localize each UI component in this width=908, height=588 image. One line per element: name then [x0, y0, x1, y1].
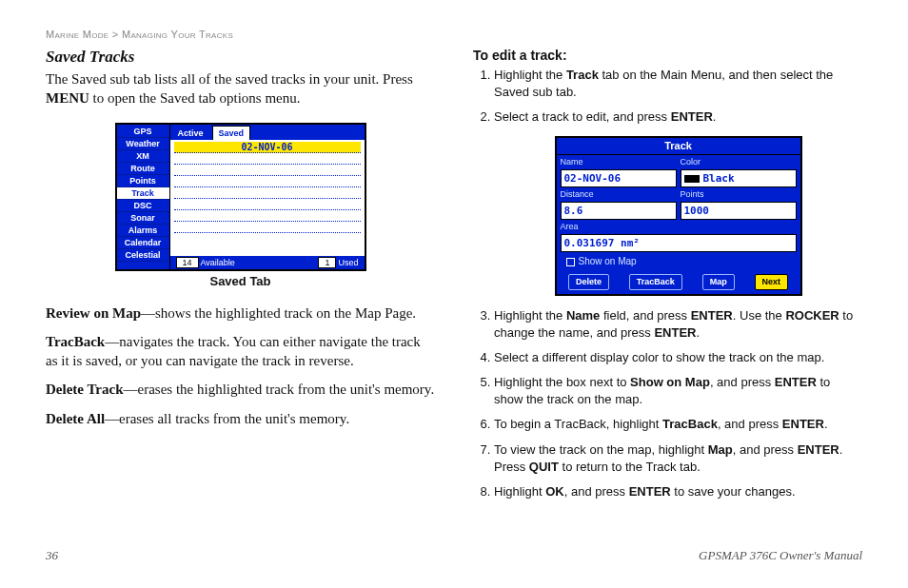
track-edit-figure: TrackName02-NOV-06ColorBlackDistance8.6P…	[494, 136, 862, 296]
intro-bold: MENU	[46, 90, 89, 106]
sidebar-item-sonar: Sonar	[117, 212, 169, 225]
dialog-title: Track	[557, 138, 800, 155]
left-column: Saved Tracks The Saved sub tab lists all…	[46, 48, 435, 508]
tab-active: Active	[171, 126, 210, 140]
keyword: QUIT	[529, 460, 559, 474]
page-number: 36	[46, 548, 58, 563]
step-4: Select a different display color to show…	[494, 349, 862, 366]
available-count: 14	[176, 257, 199, 268]
definition-term: Delete All	[46, 411, 105, 426]
dialog-buttons: DeleteTracBackMapNext	[557, 271, 800, 294]
track-row	[174, 222, 361, 233]
step-7: To view the track on the map, highlight …	[494, 441, 862, 476]
color-swatch	[684, 175, 700, 183]
track-row	[174, 210, 361, 222]
sidebar-item-celestial: Celestial	[117, 249, 169, 262]
track-row	[174, 187, 361, 199]
available-label: Available	[201, 258, 235, 267]
page-footer: 36 GPSMAP 376C Owner's Manual	[46, 548, 862, 563]
track-dialog: TrackName02-NOV-06ColorBlackDistance8.6P…	[555, 136, 802, 296]
sidebar-item-alarms: Alarms	[117, 225, 169, 237]
sidebar-item-xm: XM	[117, 150, 169, 163]
keyword: ENTER	[671, 109, 713, 124]
track-row	[174, 153, 361, 165]
sidebar-item-calendar: Calendar	[117, 237, 169, 249]
definition-text: —shows the highlighted track on the Map …	[141, 305, 416, 321]
section-title: Saved Tracks	[46, 48, 435, 67]
step-1: Highlight the Track tab on the Main Menu…	[494, 67, 862, 101]
tracback-button: TracBack	[629, 274, 682, 290]
checkbox-icon	[566, 258, 575, 266]
keyword: ENTER	[782, 417, 824, 431]
intro-paragraph: The Saved sub tab lists all of the saved…	[46, 69, 435, 108]
device-sidebar: GPSWeatherXMRoutePointsTrackDSCSonarAlar…	[117, 125, 170, 269]
intro-pre: The Saved sub tab lists all of the saved…	[46, 71, 413, 87]
name-field: 02-NOV-06	[561, 169, 677, 187]
step-2: Select a track to edit, and press ENTER.	[494, 108, 862, 126]
delete-button: Delete	[568, 274, 609, 290]
doc-title: GPSMAP 376C Owner's Manual	[699, 548, 862, 563]
track-row	[174, 176, 361, 187]
keyword: Show on Map	[630, 375, 710, 389]
keyword: ENTER	[798, 442, 839, 457]
step-6: To begin a TracBack, highlight TracBack,…	[494, 416, 862, 433]
keyword: ENTER	[691, 308, 733, 323]
definition-text: —erases the highlighted track from the u…	[124, 382, 435, 397]
keyword: ROCKER	[785, 308, 839, 323]
keyword: Map	[708, 442, 733, 457]
show-on-map-row: Show on Map	[557, 252, 800, 271]
definition: Review on Map—shows the highlighted trac…	[46, 304, 435, 323]
used-label: Used	[338, 258, 358, 267]
keyword: TracBack	[662, 417, 718, 431]
breadcrumb-page: Managing Your Tracks	[122, 29, 233, 40]
color-field: Black	[681, 169, 797, 187]
breadcrumb-sep: >	[112, 29, 119, 40]
next-button: Next	[755, 274, 789, 290]
keyword: ENTER	[654, 325, 696, 340]
show-on-map-label: Show on Map	[579, 256, 637, 266]
breadcrumb: Marine Mode > Managing Your Tracks	[46, 29, 862, 40]
right-column: To edit a track: Highlight the Track tab…	[473, 48, 862, 508]
track-row	[174, 199, 361, 210]
sidebar-item-points: Points	[117, 175, 169, 187]
definition: TracBack—navigates the track. You can ei…	[46, 332, 435, 371]
device-tabs: ActiveSaved	[170, 125, 365, 140]
keyword: Name	[566, 308, 600, 323]
keyword: ENTER	[629, 484, 671, 499]
tab-saved: Saved	[212, 126, 251, 140]
saved-tab-screenshot: GPSWeatherXMRoutePointsTrackDSCSonarAlar…	[115, 123, 366, 271]
edit-steps: Highlight the Track tab on the Main Menu…	[473, 67, 862, 500]
keyword: ENTER	[775, 375, 817, 389]
definition-text: —erases all tracks from the unit's memor…	[105, 411, 349, 426]
points-field: 1000	[681, 202, 797, 220]
definition: Delete Track—erases the highlighted trac…	[46, 380, 435, 399]
name-label: Name	[561, 155, 677, 169]
sidebar-item-weather: Weather	[117, 138, 169, 150]
figure-caption: Saved Tab	[46, 274, 435, 288]
breadcrumb-section: Marine Mode	[46, 29, 109, 40]
definition-term: TracBack	[46, 334, 105, 349]
definition: Delete All—erases all tracks from the un…	[46, 409, 435, 428]
step-3: Highlight the Name field, and press ENTE…	[494, 307, 862, 342]
step-8: Highlight OK, and press ENTER to save yo…	[494, 483, 862, 500]
map-button: Map	[702, 274, 735, 290]
used-count: 1	[318, 257, 336, 268]
saved-tab-figure: GPSWeatherXMRoutePointsTrackDSCSonarAlar…	[46, 122, 435, 288]
color-label: Color	[681, 155, 797, 169]
used-group: 1Used	[318, 258, 358, 267]
definition-term: Review on Map	[46, 305, 141, 321]
step-5: Highlight the box next to Show on Map, a…	[494, 374, 862, 408]
edit-title: To edit a track:	[473, 48, 862, 63]
intro-post: to open the Saved tab options menu.	[89, 90, 301, 106]
points-label: Points	[681, 187, 797, 202]
distance-field: 8.6	[561, 202, 677, 220]
distance-label: Distance	[561, 187, 677, 202]
keyword: OK	[545, 484, 564, 499]
area-field: 0.031697 nm²	[561, 234, 797, 252]
definitions-list: Review on Map—shows the highlighted trac…	[46, 304, 435, 428]
track-row	[174, 165, 361, 176]
definition-term: Delete Track	[46, 382, 124, 397]
sidebar-item-dsc: DSC	[117, 200, 169, 212]
track-row-selected: 02-NOV-06	[174, 142, 361, 153]
sidebar-item-route: Route	[117, 163, 169, 175]
